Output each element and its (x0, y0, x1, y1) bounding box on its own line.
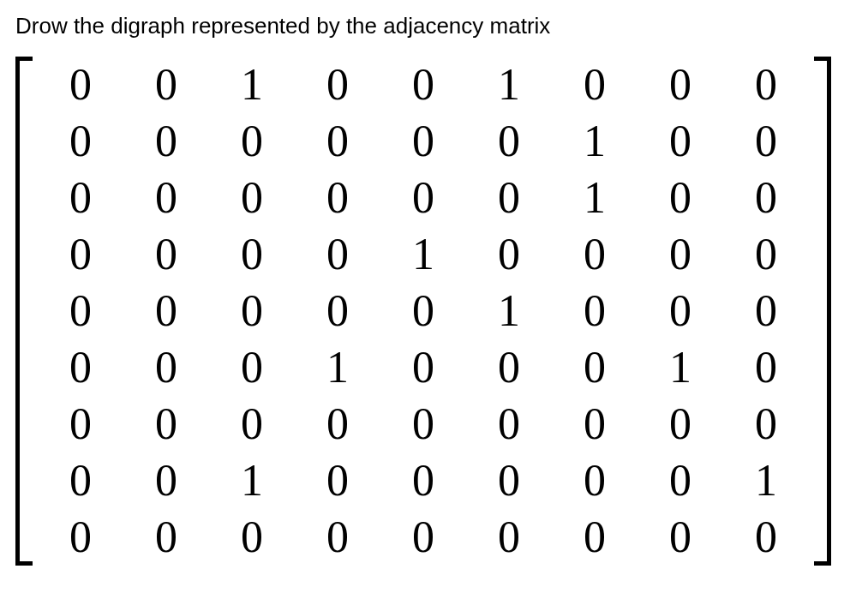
matrix-cell: 0 (552, 339, 638, 396)
matrix-cell: 0 (123, 226, 209, 283)
matrix-cell: 0 (123, 452, 209, 509)
matrix-cell: 0 (38, 339, 123, 396)
matrix-cell: 0 (638, 396, 723, 452)
matrix-row: 0 0 0 0 1 0 0 0 0 (38, 226, 809, 283)
matrix-cell: 0 (552, 283, 638, 339)
matrix-cell: 0 (466, 113, 552, 170)
matrix-cell: 0 (295, 396, 380, 452)
matrix-cell: 0 (295, 509, 380, 566)
matrix-cell: 1 (466, 283, 552, 339)
matrix-cell: 0 (466, 339, 552, 396)
matrix-cell: 1 (380, 226, 466, 283)
matrix-cell: 0 (380, 113, 466, 170)
matrix-row: 0 0 1 0 0 0 0 0 1 (38, 452, 809, 509)
matrix-cell: 0 (552, 396, 638, 452)
matrix-cell: 0 (723, 226, 809, 283)
matrix-cell: 0 (38, 113, 123, 170)
matrix-cell: 0 (723, 339, 809, 396)
matrix-cell: 0 (723, 396, 809, 452)
matrix-cell: 0 (638, 283, 723, 339)
matrix-cell: 0 (552, 57, 638, 113)
matrix-cell: 0 (466, 170, 552, 226)
question-prompt: Drow the digraph represented by the adja… (15, 12, 853, 41)
matrix-cell: 0 (552, 226, 638, 283)
matrix-cell: 0 (638, 509, 723, 566)
matrix-cell: 0 (638, 57, 723, 113)
matrix-cell: 0 (380, 452, 466, 509)
matrix-cell: 0 (466, 452, 552, 509)
matrix-row: 0 0 0 0 0 0 1 0 0 (38, 113, 809, 170)
matrix-cell: 0 (38, 170, 123, 226)
matrix-cell: 0 (723, 113, 809, 170)
matrix-cell: 0 (380, 283, 466, 339)
matrix-cell: 0 (123, 396, 209, 452)
matrix-row: 0 0 0 1 0 0 0 1 0 (38, 339, 809, 396)
matrix-cell: 0 (123, 113, 209, 170)
matrix-cell: 1 (209, 57, 295, 113)
matrix-cell: 0 (380, 57, 466, 113)
matrix-cell: 0 (723, 57, 809, 113)
matrix-cell: 0 (38, 226, 123, 283)
matrix-cell: 0 (209, 339, 295, 396)
matrix-cell: 0 (209, 226, 295, 283)
matrix-cell: 1 (723, 452, 809, 509)
matrix-cell: 1 (466, 57, 552, 113)
matrix-cell: 0 (38, 396, 123, 452)
matrix-cell: 1 (209, 452, 295, 509)
matrix-cell: 0 (638, 452, 723, 509)
matrix-cell: 0 (209, 283, 295, 339)
matrix-cell: 0 (380, 339, 466, 396)
matrix-cell: 0 (123, 57, 209, 113)
matrix-cell: 0 (380, 509, 466, 566)
matrix-cell: 0 (638, 113, 723, 170)
matrix-row: 0 0 0 0 0 0 1 0 0 (38, 170, 809, 226)
matrix-cell: 0 (638, 226, 723, 283)
matrix-grid: 0 0 1 0 0 1 0 0 0 0 0 0 0 0 0 1 (38, 57, 809, 566)
matrix-cell: 0 (466, 226, 552, 283)
matrix-cell: 0 (209, 113, 295, 170)
matrix-cell: 0 (638, 170, 723, 226)
matrix-cell: 0 (380, 396, 466, 452)
matrix-cell: 0 (38, 283, 123, 339)
matrix-cell: 0 (552, 509, 638, 566)
matrix-cell: 0 (295, 57, 380, 113)
matrix-left-bracket (15, 57, 33, 566)
matrix-cell: 0 (295, 452, 380, 509)
matrix-row: 0 0 0 0 0 0 0 0 0 (38, 396, 809, 452)
document-page: Drow the digraph represented by the adja… (0, 0, 868, 581)
matrix-cell: 0 (295, 283, 380, 339)
matrix-cell: 0 (38, 509, 123, 566)
matrix-cell: 0 (466, 396, 552, 452)
adjacency-matrix: 0 0 1 0 0 1 0 0 0 0 0 0 0 0 0 1 (15, 57, 831, 566)
matrix-cell: 0 (380, 170, 466, 226)
matrix-cell: 0 (723, 509, 809, 566)
matrix-row: 0 0 1 0 0 1 0 0 0 (38, 57, 809, 113)
matrix-cell: 0 (209, 396, 295, 452)
matrix-cell: 0 (723, 170, 809, 226)
matrix-cell: 0 (295, 113, 380, 170)
matrix-cell: 1 (552, 170, 638, 226)
matrix-cell: 0 (295, 226, 380, 283)
matrix-row: 0 0 0 0 0 0 0 0 0 (38, 509, 809, 566)
matrix-cell: 1 (638, 339, 723, 396)
matrix-cell: 0 (209, 170, 295, 226)
matrix-cell: 0 (295, 170, 380, 226)
matrix-cell: 0 (38, 452, 123, 509)
matrix-cell: 1 (552, 113, 638, 170)
matrix-cell: 0 (552, 452, 638, 509)
matrix-cell: 0 (723, 283, 809, 339)
matrix-cell: 0 (38, 57, 123, 113)
matrix-cell: 0 (123, 509, 209, 566)
matrix-cell: 0 (123, 283, 209, 339)
matrix-cell: 1 (295, 339, 380, 396)
matrix-cell: 0 (123, 339, 209, 396)
matrix-cell: 0 (466, 509, 552, 566)
matrix-cell: 0 (123, 170, 209, 226)
matrix-right-bracket (814, 57, 831, 566)
matrix-cell: 0 (209, 509, 295, 566)
matrix-row: 0 0 0 0 0 1 0 0 0 (38, 283, 809, 339)
